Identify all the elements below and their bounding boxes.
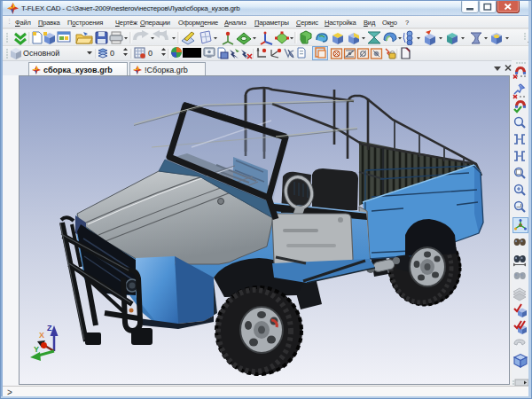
svg-text:X: X <box>39 331 44 340</box>
svg-text:Основной: Основной <box>23 49 59 58</box>
svg-text:Y: Y <box>34 345 39 354</box>
svg-text:Z: Z <box>47 324 52 332</box>
svg-text:0: 0 <box>110 49 114 58</box>
svg-text:0: 0 <box>148 49 153 58</box>
